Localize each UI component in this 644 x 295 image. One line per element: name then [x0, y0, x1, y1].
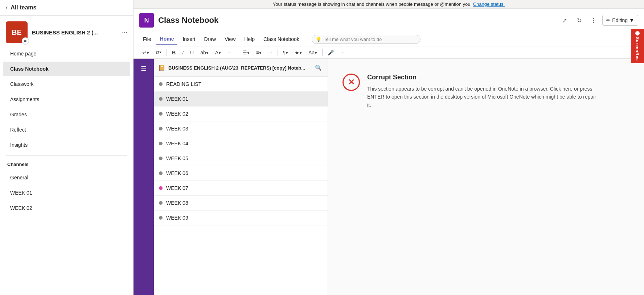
sections-header: 📔 BUSINESS ENGLISH 2 (AUG'23_REPEATERS) …: [154, 59, 328, 77]
more-format-button2[interactable]: ···: [265, 48, 275, 57]
sidebar-item-insights[interactable]: Insights: [3, 138, 130, 152]
section-reading-list[interactable]: READING LIST: [154, 77, 328, 92]
section-week03[interactable]: WEEK 03: [154, 121, 328, 136]
font-color-button[interactable]: A▾: [212, 48, 224, 57]
styles-button[interactable]: ¶▾: [280, 48, 291, 57]
sidebar-item-home[interactable]: Home page: [3, 46, 130, 61]
search-placeholder: Tell me what you want to do: [324, 37, 382, 42]
status-message: Your status message is showing in chat a…: [273, 1, 472, 7]
section-label: WEEK 09: [166, 215, 188, 221]
team-more-icon[interactable]: ···: [122, 29, 127, 36]
section-label: WEEK 06: [166, 170, 188, 176]
back-arrow-icon[interactable]: ‹: [6, 4, 8, 11]
section-label: WEEK 05: [166, 155, 188, 161]
main-content: Your status message is showing in chat a…: [134, 0, 644, 295]
refresh-button[interactable]: ↻: [573, 14, 585, 26]
menu-help[interactable]: Help: [241, 34, 258, 44]
section-week09[interactable]: WEEK 09: [154, 211, 328, 225]
section-dot: [159, 186, 163, 190]
section-week06[interactable]: WEEK 06: [154, 166, 328, 181]
sections-panel: 📔 BUSINESS ENGLISH 2 (AUG'23_REPEATERS) …: [154, 59, 328, 295]
menu-file[interactable]: File: [139, 34, 155, 44]
corrupt-section-title: Corrupt Section: [367, 74, 596, 81]
section-week04[interactable]: WEEK 04: [154, 136, 328, 151]
sections-title: BUSINESS ENGLISH 2 (AUG'23_REPEATERS) [c…: [168, 65, 310, 71]
notebook-icon: 📔: [158, 65, 165, 71]
status-bar: Your status message is showing in chat a…: [134, 0, 644, 9]
nav-divider: [6, 155, 127, 156]
dropdown-icon: ▼: [629, 17, 634, 23]
section-week01[interactable]: WEEK 01: [154, 92, 328, 107]
nb-pages-icon[interactable]: ☰: [137, 62, 150, 75]
section-dot: [159, 97, 163, 101]
mic-button[interactable]: 🎤: [325, 48, 337, 57]
menu-view[interactable]: View: [221, 34, 239, 44]
pencil-icon: ✏: [606, 17, 611, 23]
separator4: [322, 49, 323, 56]
channel-week02[interactable]: WEEK 02: [3, 201, 130, 215]
sidebar-item-class-notebook[interactable]: Class Notebook: [3, 62, 130, 76]
team-initials: BE: [12, 28, 22, 37]
corrupt-content: Corrupt Section This section appears to …: [367, 74, 596, 109]
screenrec-bar[interactable]: ScreenRec: [631, 29, 644, 63]
sections-search-button[interactable]: 🔍: [313, 63, 323, 73]
bold-button[interactable]: B: [169, 48, 179, 57]
content-area: ✕ Corrupt Section This section appears t…: [328, 59, 644, 295]
nav-items: Home page Class Notebook Classwork Assig…: [0, 46, 133, 153]
star-button[interactable]: ★▾: [292, 48, 305, 57]
menu-bar: File Home Insert Draw View Help Class No…: [139, 34, 638, 46]
menu-insert[interactable]: Insert: [179, 34, 199, 44]
menu-class-notebook[interactable]: Class Notebook: [260, 34, 303, 44]
bullets-button[interactable]: ☰▾: [239, 48, 253, 57]
all-teams-label[interactable]: All teams: [11, 4, 36, 11]
section-week05[interactable]: WEEK 05: [154, 151, 328, 166]
notebook-sidebar: ☰: [134, 59, 154, 295]
screenrec-label: ScreenRec: [635, 37, 640, 61]
section-week07[interactable]: WEEK 07: [154, 181, 328, 196]
channel-week01[interactable]: WEEK 01: [3, 186, 130, 200]
team-avatar: BE ✏: [6, 21, 28, 43]
section-label: WEEK 07: [166, 185, 188, 191]
separator3: [278, 49, 278, 56]
editing-label: Editing: [612, 17, 628, 23]
sidebar-item-reflect[interactable]: Reflect: [3, 122, 130, 137]
sidebar-item-grades[interactable]: Grades: [3, 107, 130, 122]
section-dot: [159, 142, 163, 145]
more-format-button1[interactable]: ···: [225, 48, 235, 57]
section-label: READING LIST: [166, 81, 201, 87]
sidebar-item-assignments[interactable]: Assignments: [3, 92, 130, 107]
search-icon: 💡: [316, 37, 321, 42]
onenote-title: Class Notebook: [158, 16, 554, 25]
underline-button[interactable]: U: [187, 48, 197, 57]
menu-draw[interactable]: Draw: [200, 34, 220, 44]
corrupt-section-box[interactable]: ✕ Corrupt Section This section appears t…: [342, 74, 596, 109]
sidebar: ‹ All teams BE ✏ BUSINESS ENGLISH 2 (...…: [0, 0, 134, 295]
numbering-button[interactable]: ≡▾: [253, 48, 264, 57]
section-dot: [159, 127, 163, 130]
section-dot: [159, 82, 163, 86]
section-label: WEEK 04: [166, 141, 188, 146]
expand-button[interactable]: ➚: [559, 14, 570, 26]
section-dot: [159, 216, 163, 220]
highlight-button[interactable]: ab▾: [197, 48, 212, 57]
change-status-link[interactable]: Change status.: [473, 1, 505, 7]
team-name: BUSINESS ENGLISH 2 (...: [32, 29, 118, 36]
sidebar-item-classwork[interactable]: Classwork: [3, 77, 130, 91]
undo-button[interactable]: ↩▾: [139, 48, 152, 57]
edit-badge-icon[interactable]: ✏: [22, 37, 29, 45]
channels-list: General WEEK 01 WEEK 02: [0, 170, 133, 216]
more-format-button3[interactable]: ···: [337, 48, 348, 57]
channel-general[interactable]: General: [3, 170, 130, 185]
editing-button[interactable]: ✏ Editing ▼: [602, 15, 638, 26]
sections-list: READING LIST WEEK 01 WEEK 02 WEEK 03 WEE…: [154, 77, 328, 225]
channels-label: Channels: [0, 159, 133, 170]
more-button[interactable]: ⋮: [588, 14, 599, 26]
text-format-button[interactable]: Aa▾: [305, 48, 320, 57]
menu-home[interactable]: Home: [156, 34, 178, 45]
section-week08[interactable]: WEEK 08: [154, 196, 328, 211]
search-box[interactable]: 💡 Tell me what you want to do: [312, 35, 421, 44]
section-week02[interactable]: WEEK 02: [154, 107, 328, 121]
italic-button[interactable]: I: [179, 48, 186, 57]
corrupt-section-message: This section appears to be corrupt and c…: [367, 85, 596, 109]
clipboard-button[interactable]: ⧉▾: [153, 48, 164, 57]
